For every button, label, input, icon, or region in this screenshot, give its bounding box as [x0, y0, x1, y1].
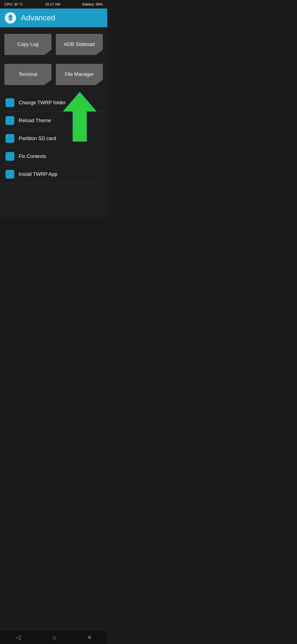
- copy-log-button[interactable]: Copy Log: [4, 34, 51, 55]
- list-item-partition-sd-card[interactable]: Partition SD card: [4, 130, 103, 148]
- battery-indicator: Battery: 89%: [82, 2, 103, 6]
- reload-theme-icon: [6, 116, 14, 125]
- change-twrp-folder-icon: [6, 98, 14, 107]
- twrp-logo-icon: [4, 12, 16, 24]
- adb-sideload-button[interactable]: ADB Sideload: [56, 34, 103, 55]
- partition-sd-card-label: Partition SD card: [19, 136, 56, 141]
- partition-sd-card-icon: [6, 134, 14, 143]
- reload-theme-label: Reload Theme: [19, 118, 51, 124]
- fix-contexts-label: Fix Contexts: [19, 154, 46, 159]
- install-twrp-app-label: Install TWRP App: [19, 171, 57, 177]
- list-item-reload-theme[interactable]: Reload Theme: [4, 112, 103, 130]
- time-display: 10:17 AM: [45, 2, 60, 6]
- app-header: Advanced: [0, 9, 107, 27]
- install-twrp-app-icon: [6, 170, 14, 179]
- content-area: Copy Log ADB Sideload Terminal File Mana…: [0, 27, 107, 218]
- list-item-install-twrp-app[interactable]: Install TWRP App: [4, 165, 103, 183]
- list-section: Change TWRP folder Reload Theme Partitio…: [4, 94, 103, 183]
- change-twrp-folder-label: Change TWRP folder: [19, 100, 65, 106]
- file-manager-button[interactable]: File Manager: [56, 64, 103, 85]
- button-grid-row2: Terminal File Manager: [4, 64, 103, 85]
- cpu-indicator: CPU: 30 °C: [4, 2, 23, 6]
- page-title: Advanced: [21, 13, 55, 22]
- list-item-fix-contexts[interactable]: Fix Contexts: [4, 148, 103, 165]
- list-item-change-twrp-folder[interactable]: Change TWRP folder: [4, 94, 103, 112]
- main-content: Copy Log ADB Sideload Terminal File Mana…: [0, 27, 107, 218]
- terminal-button[interactable]: Terminal: [4, 64, 51, 85]
- button-grid-row1: Copy Log ADB Sideload: [4, 34, 103, 55]
- status-bar: CPU: 30 °C 10:17 AM Battery: 89%: [0, 0, 107, 9]
- fix-contexts-icon: [6, 152, 14, 161]
